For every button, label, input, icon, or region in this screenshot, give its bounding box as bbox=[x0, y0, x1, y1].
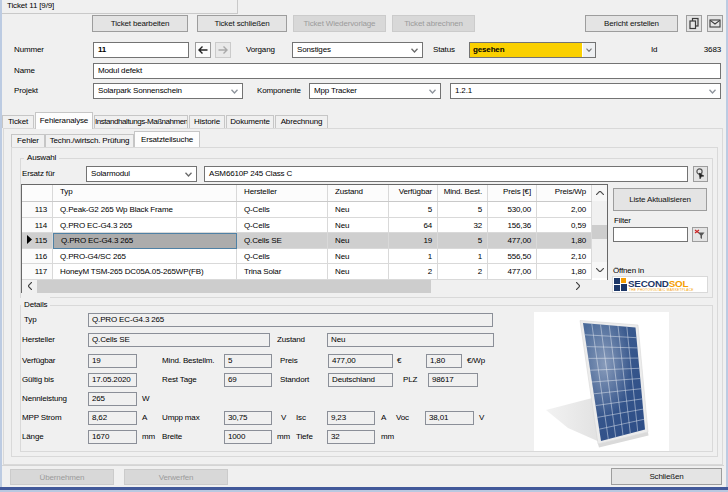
svg-text:THE PHOTOVOLTAIC MARKETPLACE: THE PHOTOVOLTAIC MARKETPLACE bbox=[629, 288, 694, 292]
